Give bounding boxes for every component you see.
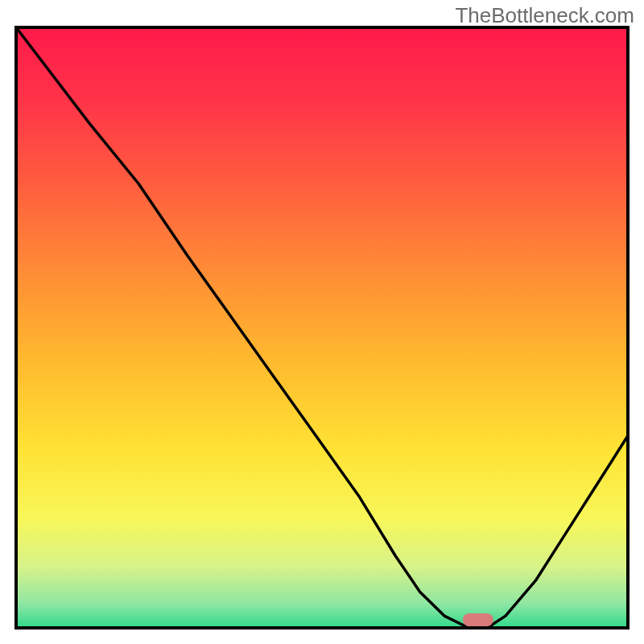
optimal-range-marker [463, 613, 493, 626]
gradient-background [16, 27, 628, 628]
chart-svg [0, 0, 644, 644]
bottleneck-chart: TheBottleneck.com [0, 0, 644, 644]
watermark-text: TheBottleneck.com [455, 3, 634, 28]
plot-area [16, 27, 628, 628]
